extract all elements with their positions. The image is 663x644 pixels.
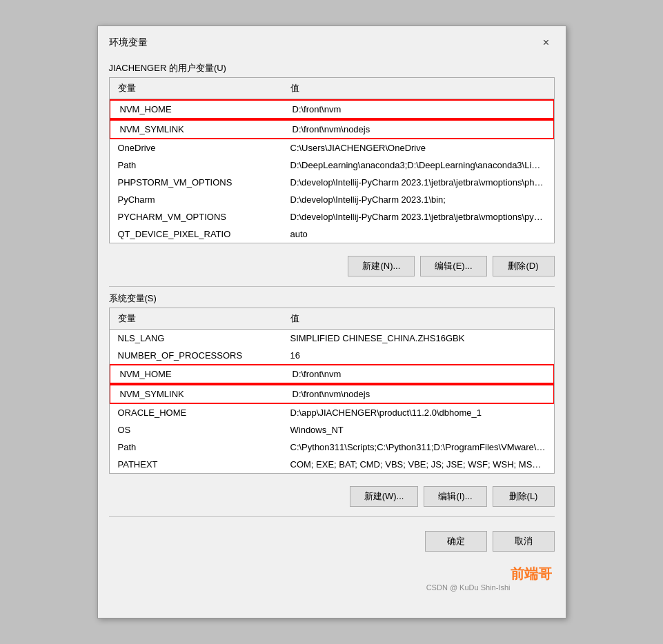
var-value-cell: D:\front\nvm (290, 368, 546, 381)
dialog-title: 环境变量 (109, 37, 148, 49)
table-row[interactable]: OSWindows_NT (110, 421, 554, 439)
user-table-header: 变量 值 (110, 78, 554, 99)
system-section-label: 系统变量(S) (109, 292, 555, 305)
user-section-label: JIACHENGER 的用户变量(U) (109, 62, 555, 74)
var-value-cell: D:\front\nvm\nodejs (290, 123, 546, 136)
var-value-cell: D:\front\nvm\nodejs (290, 388, 546, 401)
env-variables-dialog: 环境变量 × JIACHENGER 的用户变量(U) 变量 值 NVM_HOME… (97, 26, 566, 618)
system-buttons-row: 新建(W)... 编辑(I)... 删除(L) (98, 479, 566, 514)
system-table-body: NLS_LANGSIMPLIFIED CHINESE_CHINA.ZHS16GB… (110, 330, 554, 473)
var-value-cell: C:\Users\JIACHENGER\OneDrive (288, 141, 548, 154)
system-variables-table: 变量 值 NLS_LANGSIMPLIFIED CHINESE_CHINA.ZH… (109, 308, 555, 474)
var-value-cell: D:\app\JIACHENGER\product\11.2.0\dbhome_… (288, 406, 548, 419)
table-row[interactable]: PATHEXTCOM; EXE; BAT; CMD; VBS; VBE; JS;… (110, 456, 554, 473)
ok-button[interactable]: 确定 (425, 531, 487, 552)
var-name-cell: NVM_SYMLINK (117, 388, 290, 401)
table-row[interactable]: NVM_HOMED:\front\nvm (110, 99, 554, 119)
var-value-cell: C:\Python311\Scripts;C:\Python311;D:\Pro… (288, 441, 548, 454)
table-row[interactable]: NUMBER_OF_PROCESSORS16 (110, 347, 554, 364)
footer-buttons-row: 确定 取消 (98, 520, 566, 563)
close-button[interactable]: × (538, 34, 555, 51)
table-row[interactable]: NVM_SYMLINKD:\front\nvm\nodejs (110, 119, 554, 139)
title-bar: 环境变量 × (98, 26, 566, 57)
var-name-cell: NVM_HOME (117, 368, 290, 381)
table-row[interactable]: OneDriveC:\Users\JIACHENGER\OneDrive (110, 139, 554, 157)
var-name-cell: PATHEXT (115, 458, 288, 471)
var-name-cell: Path (115, 159, 288, 172)
var-name-cell: OS (115, 423, 288, 436)
table-row[interactable]: PHPSTORM_VM_OPTIONSD:\develop\Intellij-P… (110, 174, 554, 191)
var-name-cell: ORACLE_HOME (115, 406, 288, 419)
user-edit-button[interactable]: 编辑(E)... (420, 256, 486, 276)
var-value-cell: D:\develop\Intellij-PyCharm 2023.1\bin; (288, 193, 548, 206)
var-name-cell: Path (115, 441, 288, 454)
var-name-cell: QT_DEVICE_PIXEL_RATIO (115, 228, 288, 241)
var-value-cell: 16 (288, 349, 548, 362)
table-row[interactable]: NLS_LANGSIMPLIFIED CHINESE_CHINA.ZHS16GB… (110, 330, 554, 347)
table-row[interactable]: PyCharmD:\develop\Intellij-PyCharm 2023.… (110, 191, 554, 208)
system-edit-button[interactable]: 编辑(I)... (424, 486, 486, 507)
var-value-cell: D:\develop\Intellij-PyCharm 2023.1\jetbr… (288, 210, 548, 223)
cancel-button[interactable]: 取消 (493, 531, 555, 552)
var-name-cell: NVM_HOME (117, 103, 290, 116)
watermark-text: 前端哥 (511, 565, 552, 583)
table-row[interactable]: PathC:\Python311\Scripts;C:\Python311;D:… (110, 439, 554, 456)
user-col2-header: 值 (288, 81, 548, 96)
var-value-cell: SIMPLIFIED CHINESE_CHINA.ZHS16GBK (288, 332, 548, 345)
var-value-cell: COM; EXE; BAT; CMD; VBS; VBE; JS; JSE; W… (288, 458, 548, 471)
user-col1-header: 变量 (115, 81, 288, 96)
footer-divider (109, 516, 555, 517)
system-variables-section: 系统变量(S) 变量 值 NLS_LANGSIMPLIFIED CHINESE_… (109, 292, 555, 474)
system-table-header: 变量 值 (110, 308, 554, 330)
var-name-cell: PHPSTORM_VM_OPTIONS (115, 176, 288, 189)
table-row[interactable]: PathD:\DeepLearning\anaconda3;D:\DeepLea… (110, 157, 554, 174)
table-row[interactable]: PYCHARM_VM_OPTIONSD:\develop\Intellij-Py… (110, 208, 554, 225)
csdn-credit: CSDN @ KuDu Shin-Ishi (426, 583, 511, 592)
user-variables-table: 变量 值 NVM_HOMED:\front\nvmNVM_SYMLINKD:\f… (109, 77, 555, 243)
system-col1-header: 变量 (115, 311, 288, 326)
table-row[interactable]: NVM_HOMED:\front\nvm (110, 364, 554, 384)
table-row[interactable]: ORACLE_HOMED:\app\JIACHENGER\product\11.… (110, 404, 554, 421)
var-name-cell: PyCharm (115, 193, 288, 206)
system-new-button[interactable]: 新建(W)... (350, 486, 419, 507)
var-name-cell: OneDrive (115, 141, 288, 154)
var-name-cell: NVM_SYMLINK (117, 123, 290, 136)
user-new-button[interactable]: 新建(N)... (348, 256, 415, 276)
var-name-cell: NLS_LANG (115, 332, 288, 345)
system-delete-button[interactable]: 删除(L) (493, 486, 555, 507)
var-value-cell: Windows_NT (288, 423, 548, 436)
var-value-cell: D:\DeepLearning\anaconda3;D:\DeepLearnin… (288, 159, 548, 172)
section-divider (109, 286, 555, 287)
var-value-cell: D:\develop\Intellij-PyCharm 2023.1\jetbr… (288, 176, 548, 189)
var-name-cell: NUMBER_OF_PROCESSORS (115, 349, 288, 362)
system-col2-header: 值 (288, 311, 548, 326)
table-row[interactable]: QT_DEVICE_PIXEL_RATIOauto (110, 225, 554, 243)
var-value-cell: D:\front\nvm (290, 103, 546, 116)
var-value-cell: auto (288, 228, 548, 241)
var-name-cell: PYCHARM_VM_OPTIONS (115, 210, 288, 223)
user-table-body: NVM_HOMED:\front\nvmNVM_SYMLINKD:\front\… (110, 99, 554, 243)
user-buttons-row: 新建(N)... 编辑(E)... 删除(D) (98, 249, 566, 283)
table-row[interactable]: NVM_SYMLINKD:\front\nvm\nodejs (110, 384, 554, 404)
user-variables-section: JIACHENGER 的用户变量(U) 变量 值 NVM_HOMED:\fron… (109, 62, 555, 243)
user-delete-button[interactable]: 删除(D) (493, 256, 555, 276)
